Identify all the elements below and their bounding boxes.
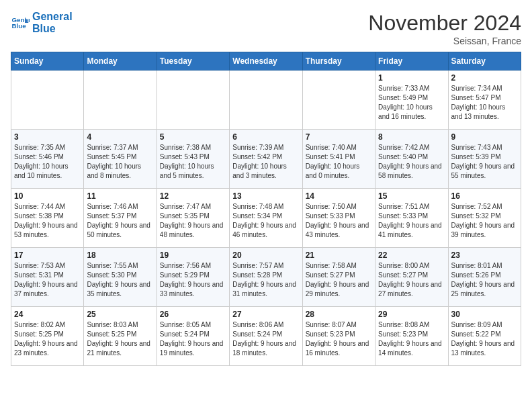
table-row: 26Sunrise: 8:05 AM Sunset: 5:24 PM Dayli… (157, 307, 229, 366)
col-thursday: Thursday (302, 52, 375, 71)
day-info: Sunrise: 7:44 AM Sunset: 5:38 PM Dayligh… (14, 202, 81, 240)
day-info: Sunrise: 8:00 AM Sunset: 5:27 PM Dayligh… (378, 261, 445, 299)
table-row: 1Sunrise: 7:33 AM Sunset: 5:49 PM Daylig… (375, 71, 448, 130)
day-info: Sunrise: 7:43 AM Sunset: 5:39 PM Dayligh… (451, 143, 518, 181)
day-info: Sunrise: 8:05 AM Sunset: 5:24 PM Dayligh… (160, 320, 226, 358)
col-tuesday: Tuesday (157, 52, 229, 71)
month-title: November 2024 (368, 11, 521, 36)
page-header: General Blue GeneralBlue November 2024 S… (11, 11, 521, 46)
table-row: 5Sunrise: 7:38 AM Sunset: 5:43 PM Daylig… (157, 130, 229, 189)
table-row: 29Sunrise: 8:08 AM Sunset: 5:23 PM Dayli… (375, 307, 448, 366)
table-row: 2Sunrise: 7:34 AM Sunset: 5:47 PM Daylig… (448, 71, 521, 130)
table-row: 28Sunrise: 8:07 AM Sunset: 5:23 PM Dayli… (302, 307, 375, 366)
day-info: Sunrise: 7:47 AM Sunset: 5:35 PM Dayligh… (160, 202, 226, 240)
table-row (157, 71, 229, 130)
day-info: Sunrise: 7:38 AM Sunset: 5:43 PM Dayligh… (160, 143, 226, 181)
calendar-week-2: 3Sunrise: 7:35 AM Sunset: 5:46 PM Daylig… (11, 130, 521, 189)
table-row: 23Sunrise: 8:01 AM Sunset: 5:26 PM Dayli… (448, 248, 521, 307)
day-info: Sunrise: 7:56 AM Sunset: 5:29 PM Dayligh… (160, 261, 226, 299)
table-row: 8Sunrise: 7:42 AM Sunset: 5:40 PM Daylig… (375, 130, 448, 189)
day-info: Sunrise: 7:37 AM Sunset: 5:45 PM Dayligh… (87, 143, 153, 181)
table-row: 15Sunrise: 7:51 AM Sunset: 5:33 PM Dayli… (375, 189, 448, 248)
day-info: Sunrise: 8:09 AM Sunset: 5:22 PM Dayligh… (451, 320, 518, 358)
day-number: 27 (232, 310, 299, 319)
day-info: Sunrise: 7:50 AM Sunset: 5:33 PM Dayligh… (306, 202, 372, 240)
day-number: 11 (87, 191, 153, 201)
col-sunday: Sunday (11, 52, 84, 71)
day-info: Sunrise: 7:40 AM Sunset: 5:41 PM Dayligh… (306, 143, 372, 181)
col-wednesday: Wednesday (230, 52, 302, 71)
calendar-week-1: 1Sunrise: 7:33 AM Sunset: 5:49 PM Daylig… (11, 71, 521, 130)
day-info: Sunrise: 7:42 AM Sunset: 5:40 PM Dayligh… (378, 143, 445, 181)
table-row: 17Sunrise: 7:53 AM Sunset: 5:31 PM Dayli… (11, 248, 84, 307)
table-row: 20Sunrise: 7:57 AM Sunset: 5:28 PM Dayli… (230, 248, 302, 307)
table-row: 27Sunrise: 8:06 AM Sunset: 5:24 PM Dayli… (230, 307, 302, 366)
day-info: Sunrise: 7:48 AM Sunset: 5:34 PM Dayligh… (232, 202, 299, 240)
day-number: 25 (87, 310, 153, 319)
table-row: 12Sunrise: 7:47 AM Sunset: 5:35 PM Dayli… (157, 189, 229, 248)
day-number: 18 (87, 250, 153, 260)
day-info: Sunrise: 7:46 AM Sunset: 5:37 PM Dayligh… (87, 202, 153, 240)
day-number: 30 (451, 310, 518, 319)
col-saturday: Saturday (448, 52, 521, 71)
day-info: Sunrise: 8:03 AM Sunset: 5:25 PM Dayligh… (87, 320, 153, 358)
table-row: 7Sunrise: 7:40 AM Sunset: 5:41 PM Daylig… (302, 130, 375, 189)
day-number: 8 (378, 132, 445, 142)
calendar-header-row: Sunday Monday Tuesday Wednesday Thursday… (11, 52, 521, 71)
day-info: Sunrise: 7:57 AM Sunset: 5:28 PM Dayligh… (232, 261, 299, 299)
day-number: 21 (306, 250, 372, 260)
day-number: 28 (306, 310, 372, 319)
table-row: 6Sunrise: 7:39 AM Sunset: 5:42 PM Daylig… (230, 130, 302, 189)
day-number: 7 (306, 132, 372, 142)
table-row (302, 71, 375, 130)
table-row: 3Sunrise: 7:35 AM Sunset: 5:46 PM Daylig… (11, 130, 84, 189)
calendar-week-5: 24Sunrise: 8:02 AM Sunset: 5:25 PM Dayli… (11, 307, 521, 366)
table-row: 14Sunrise: 7:50 AM Sunset: 5:33 PM Dayli… (302, 189, 375, 248)
day-number: 1 (378, 73, 445, 83)
day-number: 24 (14, 310, 81, 319)
day-info: Sunrise: 7:51 AM Sunset: 5:33 PM Dayligh… (378, 202, 445, 240)
day-info: Sunrise: 7:34 AM Sunset: 5:47 PM Dayligh… (451, 84, 518, 122)
day-number: 5 (160, 132, 226, 142)
day-info: Sunrise: 8:01 AM Sunset: 5:26 PM Dayligh… (451, 261, 518, 299)
day-info: Sunrise: 8:06 AM Sunset: 5:24 PM Dayligh… (232, 320, 299, 358)
day-info: Sunrise: 7:53 AM Sunset: 5:31 PM Dayligh… (14, 261, 81, 299)
day-number: 16 (451, 191, 518, 201)
day-number: 4 (87, 132, 153, 142)
day-number: 17 (14, 250, 81, 260)
table-row: 11Sunrise: 7:46 AM Sunset: 5:37 PM Dayli… (84, 189, 157, 248)
day-number: 9 (451, 132, 518, 142)
col-friday: Friday (375, 52, 448, 71)
day-number: 14 (306, 191, 372, 201)
table-row: 10Sunrise: 7:44 AM Sunset: 5:38 PM Dayli… (11, 189, 84, 248)
day-info: Sunrise: 7:33 AM Sunset: 5:49 PM Dayligh… (378, 84, 445, 122)
day-number: 10 (14, 191, 81, 201)
day-number: 29 (378, 310, 445, 319)
day-number: 13 (232, 191, 299, 201)
day-info: Sunrise: 7:52 AM Sunset: 5:32 PM Dayligh… (451, 202, 518, 240)
day-number: 19 (160, 250, 226, 260)
table-row: 22Sunrise: 8:00 AM Sunset: 5:27 PM Dayli… (375, 248, 448, 307)
calendar-week-3: 10Sunrise: 7:44 AM Sunset: 5:38 PM Dayli… (11, 189, 521, 248)
day-number: 12 (160, 191, 226, 201)
logo: General Blue GeneralBlue (11, 11, 73, 34)
table-row (11, 71, 84, 130)
table-row: 25Sunrise: 8:03 AM Sunset: 5:25 PM Dayli… (84, 307, 157, 366)
day-number: 26 (160, 310, 226, 319)
table-row (230, 71, 302, 130)
table-row: 4Sunrise: 7:37 AM Sunset: 5:45 PM Daylig… (84, 130, 157, 189)
table-row: 16Sunrise: 7:52 AM Sunset: 5:32 PM Dayli… (448, 189, 521, 248)
calendar-table: Sunday Monday Tuesday Wednesday Thursday… (11, 52, 521, 366)
logo-text: GeneralBlue (32, 11, 73, 34)
table-row: 9Sunrise: 7:43 AM Sunset: 5:39 PM Daylig… (448, 130, 521, 189)
table-row: 21Sunrise: 7:58 AM Sunset: 5:27 PM Dayli… (302, 248, 375, 307)
day-info: Sunrise: 7:35 AM Sunset: 5:46 PM Dayligh… (14, 143, 81, 181)
day-number: 2 (451, 73, 518, 83)
day-number: 23 (451, 250, 518, 260)
col-monday: Monday (84, 52, 157, 71)
table-row: 24Sunrise: 8:02 AM Sunset: 5:25 PM Dayli… (11, 307, 84, 366)
table-row: 30Sunrise: 8:09 AM Sunset: 5:22 PM Dayli… (448, 307, 521, 366)
day-info: Sunrise: 7:55 AM Sunset: 5:30 PM Dayligh… (87, 261, 153, 299)
table-row: 13Sunrise: 7:48 AM Sunset: 5:34 PM Dayli… (230, 189, 302, 248)
day-info: Sunrise: 7:39 AM Sunset: 5:42 PM Dayligh… (232, 143, 299, 181)
